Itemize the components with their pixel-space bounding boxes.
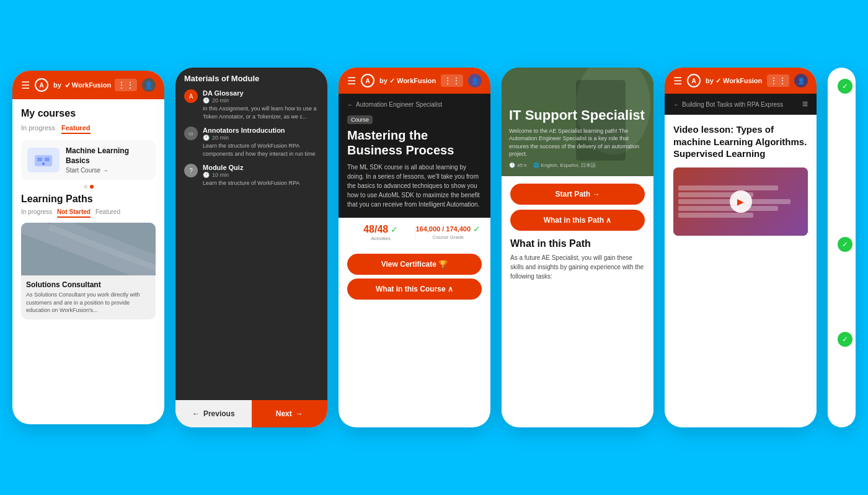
header-icons: ⋮⋮ 👤 (115, 78, 156, 92)
workfusion-logo: WorkFusion (64, 81, 111, 89)
lp-info: Solutions Consultant As Solutions Consul… (21, 275, 156, 319)
hero-langs: 🌐 English, Español, 日本語 (533, 162, 596, 169)
play-button[interactable]: ▶ (730, 190, 752, 213)
lp-name: Solutions Consultant (26, 280, 151, 289)
check-icon-3: ✓ (838, 332, 852, 347)
course-hero-title: Mastering the Business Process (347, 128, 482, 158)
hero-desc: Welcome to the AE Specialist learning pa… (509, 127, 646, 158)
video-bar-5 (678, 213, 753, 218)
svg-point-3 (42, 163, 45, 165)
hamburger-icon[interactable]: ☰ (21, 79, 30, 91)
tab-in-progress[interactable]: In progress (21, 124, 55, 134)
module-desc-2: Learn the structure of WorkFusion RPA co… (203, 142, 319, 158)
what-in-course-button[interactable]: What in this Course ∧ (347, 279, 482, 300)
lp-card[interactable]: 🕐 45 h Solutions Consultant As Solutions… (21, 223, 156, 319)
path-item-3: ✓ Building Bot Tasks Data Analyst gets y… (838, 331, 846, 426)
card4-body: Start Path → What in this Path ∧ What in… (502, 176, 653, 427)
stat-grade-label: Course Grade (415, 234, 482, 240)
card-module-navigator: Materials of Module A DA Glossary 🕐 20 m… (175, 68, 327, 427)
my-courses-title: My courses (21, 108, 156, 119)
module-icon-3: ? (184, 164, 198, 177)
lp-tab-in-progress[interactable]: In progress (21, 208, 52, 218)
nav-menu-icon[interactable]: ≡ (802, 99, 808, 110)
card3-logo: A (361, 74, 374, 87)
card5-grid-icon[interactable]: ⋮⋮ (767, 74, 789, 87)
module-desc-1: In this Assignment, you will learn how t… (203, 105, 319, 120)
nav-back[interactable]: ← Building Bot Tasks with RPA Express (673, 101, 783, 108)
logo-badge: A (35, 78, 48, 92)
video-thumbnail[interactable]: ▶ (673, 167, 808, 236)
card5-body: Video lesson: Types of machine Learning … (665, 115, 817, 427)
video-bar-1 (678, 185, 778, 190)
by-label: by (53, 81, 61, 89)
stat-check-icon: ✓ (391, 225, 398, 234)
module-meta-3: 🕐 10 min (203, 172, 299, 178)
stat-grade: 164,000 / 174,400 ✓ Course Grade (415, 224, 482, 241)
card5-hamburger[interactable]: ☰ (673, 75, 682, 87)
stat-activities: 48/48 ✓ Activities (347, 224, 415, 241)
prev-arrow: ← (192, 409, 200, 418)
video-bar-4 (678, 206, 778, 211)
hero-meta: 🕐 45 h 🌐 English, Español, 日本語 (509, 162, 646, 169)
card5-logo: A (687, 74, 701, 87)
card3-grid-icon[interactable]: ⋮⋮ (441, 74, 463, 87)
card5-nav: ← Building Bot Tasks with RPA Express ≡ (665, 94, 817, 115)
user-avatar[interactable]: 👤 (142, 78, 156, 92)
module-info-1: DA Glossary 🕐 20 min In this Assignment,… (203, 89, 319, 120)
card3-avatar[interactable]: 👤 (468, 74, 482, 87)
course-cta[interactable]: Start Course → (66, 167, 149, 174)
path-item-2: ✓ AutoML SDK Data Analyst gets you on th… (838, 236, 846, 322)
what-in-path-button[interactable]: What in this Path ∧ (510, 210, 645, 231)
stat-activities-num: 48/48 (363, 224, 388, 235)
course-hero-desc: The ML SDK course is all about learning … (347, 163, 482, 209)
card3-logo-text: by ✓ WorkFusion (379, 77, 436, 85)
module-info-3: Module Quiz 🕐 10 min Learn the structure… (203, 164, 299, 187)
back-link[interactable]: ← Automation Engineer Specialist (347, 101, 482, 108)
svg-rect-1 (37, 158, 42, 161)
learning-paths-title: Learning Paths (21, 194, 156, 205)
card5-header-left: ☰ A by ✓ WorkFusion (673, 74, 762, 87)
course-stats: 48/48 ✓ Activities 164,000 / 174,400 ✓ C… (339, 218, 490, 248)
what-in-path-title: What in this Path (510, 238, 645, 249)
module-name-1: DA Glossary (203, 89, 319, 97)
card3-hamburger[interactable]: ☰ (347, 75, 356, 87)
card3-header-left: ☰ A by ✓ WorkFusion (347, 74, 436, 87)
course-item[interactable]: Machine Learning Basics Start Course → (21, 140, 156, 180)
card5-header-icons: ⋮⋮ 👤 (767, 74, 808, 87)
dot-2 (90, 185, 94, 189)
tab-featured[interactable]: Featured (61, 124, 90, 134)
start-path-button[interactable]: Start Path → (510, 184, 645, 205)
hero-content: IT Support Specialist Welcome to the AE … (509, 108, 646, 169)
module-desc-3: Learn the structure of WorkFusion RPA (203, 179, 299, 187)
card-video-lesson: ☰ A by ✓ WorkFusion ⋮⋮ 👤 ← Building Bot … (665, 68, 817, 427)
course-thumbnail (27, 148, 60, 172)
module-name-2: Annotators Introducution (203, 127, 319, 134)
card4-hero: IT Support Specialist Welcome to the AE … (502, 68, 653, 176)
view-certificate-button[interactable]: View Certificate 🏆 (347, 254, 482, 275)
grid-icon[interactable]: ⋮⋮ (115, 79, 137, 91)
carousel-dots (21, 185, 156, 189)
module-name-3: Module Quiz (203, 164, 299, 171)
module-meta-2: 🕐 20 min (203, 135, 319, 141)
card1-header: ☰ A by WorkFusion ⋮⋮ 👤 (12, 71, 164, 99)
prev-button[interactable]: ← Previous (175, 400, 252, 427)
card1-body: My courses In progress Featured Machine … (12, 99, 164, 424)
stat-activities-label: Activities (347, 236, 415, 241)
module-item-1: A DA Glossary 🕐 20 min In this Assignmen… (184, 89, 319, 120)
lp-tab-not-started[interactable]: Not Started (57, 208, 91, 218)
module-item-2: ▭ Annotators Introducution 🕐 20 min Lear… (184, 127, 319, 158)
course-hero: ← Automation Engineer Specialist Course … (339, 94, 490, 218)
module-icon-2: ▭ (184, 127, 198, 140)
module-list: Materials of Module A DA Glossary 🕐 20 m… (175, 68, 327, 400)
course-badge: Course (347, 115, 373, 124)
card-learning-path: IT Support Specialist Welcome to the AE … (502, 68, 653, 427)
my-courses-tabs: In progress Featured (21, 124, 156, 134)
lp-tab-featured[interactable]: Featured (95, 208, 120, 218)
card-my-courses: ☰ A by WorkFusion ⋮⋮ 👤 My courses In pro… (12, 71, 164, 424)
card-path-completion: ✓ Introduction to Automation Specialist … (828, 68, 856, 427)
lp-desc: As Solutions Consultant you work directl… (26, 291, 151, 314)
next-button[interactable]: Next → (252, 400, 328, 427)
next-arrow: → (296, 409, 303, 418)
hero-title: IT Support Specialist (509, 108, 646, 123)
card5-avatar[interactable]: 👤 (794, 74, 808, 87)
